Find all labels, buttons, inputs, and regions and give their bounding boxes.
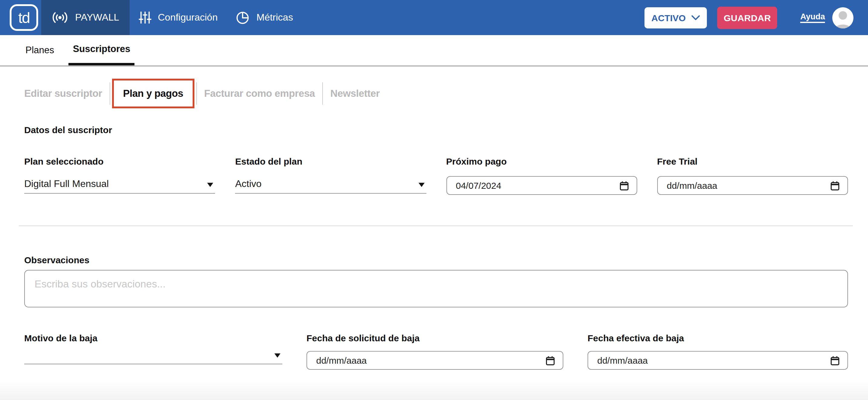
field-free-trial: Free Trial dd/mm/aaaa	[657, 156, 848, 195]
field-plan-seleccionado: Plan seleccionado Digital Full Mensual	[24, 156, 215, 195]
calendar-icon	[831, 180, 840, 190]
field-estado-del-plan: Estado del plan Activo	[235, 156, 427, 195]
section-tabs: Planes Suscriptores	[0, 35, 868, 67]
save-button[interactable]: GUARDAR	[717, 6, 777, 29]
status-dropdown-label: ACTIVO	[651, 12, 686, 23]
td-logo[interactable]: td	[10, 4, 38, 31]
proximo-pago-value: 04/07/2024	[456, 180, 501, 191]
caret-down-icon	[418, 183, 424, 187]
fecha-efectiva-baja-value: dd/mm/aaaa	[597, 355, 648, 366]
tab-planes[interactable]: Planes	[26, 35, 54, 65]
plan-seleccionado-value: Digital Full Mensual	[24, 179, 109, 189]
calendar-icon	[831, 356, 840, 365]
calendar-icon	[546, 356, 555, 365]
field-proximo-pago: Próximo pago 04/07/2024	[446, 156, 637, 195]
fecha-solicitud-baja-value: dd/mm/aaaa	[316, 355, 367, 366]
section-title: Datos del suscriptor	[24, 125, 112, 135]
topbar-right-group: ACTIVO GUARDAR Ayuda	[645, 0, 854, 35]
fecha-efectiva-baja-date-input[interactable]: dd/mm/aaaa	[588, 351, 848, 370]
sliders-icon	[138, 11, 151, 24]
page-bottom-fade	[0, 380, 868, 400]
plan-fields-row: Plan seleccionado Digital Full Mensual E…	[24, 156, 848, 195]
estado-del-plan-value: Activo	[235, 179, 262, 189]
free-trial-label: Free Trial	[657, 156, 848, 167]
observaciones-textarea[interactable]	[24, 270, 848, 307]
nav-item-configuracion[interactable]: Configuración	[129, 0, 226, 35]
caret-down-icon	[274, 354, 280, 358]
broadcast-icon	[52, 11, 68, 24]
section-divider	[19, 225, 853, 226]
baja-fields-row: Motivo de la baja Fecha de solicitud de …	[24, 333, 848, 370]
fecha-solicitud-baja-date-input[interactable]: dd/mm/aaaa	[307, 351, 563, 370]
plan-seleccionado-label: Plan seleccionado	[24, 156, 215, 167]
subtab-divider	[109, 82, 110, 105]
subtab-facturar-como-empresa[interactable]: Facturar como empresa	[197, 79, 322, 108]
motivo-de-la-baja-select[interactable]	[24, 344, 282, 364]
avatar[interactable]	[832, 7, 854, 28]
field-fecha-solicitud-baja: Fecha de solicitud de baja dd/mm/aaaa	[307, 333, 563, 370]
subtab-editar-suscriptor[interactable]: Editar suscriptor	[24, 79, 109, 108]
top-navigation-bar: td PAYWALL Configuración	[0, 0, 868, 35]
chevron-down-icon	[691, 15, 700, 20]
field-fecha-efectiva-baja: Fecha efectiva de baja dd/mm/aaaa	[588, 333, 848, 370]
pie-chart-icon	[236, 10, 250, 25]
status-dropdown-button[interactable]: ACTIVO	[645, 7, 707, 28]
estado-del-plan-select[interactable]: Activo	[235, 174, 427, 194]
nav-item-label: PAYWALL	[75, 12, 119, 23]
nav-item-metricas[interactable]: Métricas	[227, 0, 302, 35]
fecha-solicitud-baja-label: Fecha de solicitud de baja	[307, 333, 563, 344]
free-trial-value: dd/mm/aaaa	[667, 180, 717, 191]
proximo-pago-date-input[interactable]: 04/07/2024	[446, 176, 637, 195]
subtab-plan-y-pagos[interactable]: Plan y pagos	[112, 79, 194, 108]
estado-del-plan-label: Estado del plan	[235, 156, 427, 167]
calendar-icon	[620, 180, 629, 190]
caret-down-icon	[208, 183, 214, 187]
subscriber-form-panel: Editar suscriptor Plan y pagos Facturar …	[0, 67, 868, 400]
field-motivo-de-la-baja: Motivo de la baja	[24, 333, 282, 370]
proximo-pago-label: Próximo pago	[446, 156, 637, 167]
nav-item-paywall[interactable]: PAYWALL	[41, 0, 129, 35]
person-icon	[832, 7, 854, 28]
nav-item-label: Métricas	[256, 12, 293, 23]
subtab-newsletter[interactable]: Newsletter	[323, 79, 387, 108]
observaciones-label: Observaciones	[24, 255, 89, 265]
nav-item-label: Configuración	[158, 12, 217, 23]
td-logo-text: td	[18, 9, 30, 26]
subscriber-subtabs: Editar suscriptor Plan y pagos Facturar …	[24, 79, 387, 108]
fecha-efectiva-baja-label: Fecha efectiva de baja	[588, 333, 848, 344]
free-trial-date-input[interactable]: dd/mm/aaaa	[657, 176, 848, 195]
motivo-de-la-baja-label: Motivo de la baja	[24, 333, 282, 344]
help-link[interactable]: Ayuda	[800, 12, 825, 23]
tab-suscriptores[interactable]: Suscriptores	[69, 35, 135, 65]
plan-seleccionado-select[interactable]: Digital Full Mensual	[24, 174, 215, 194]
